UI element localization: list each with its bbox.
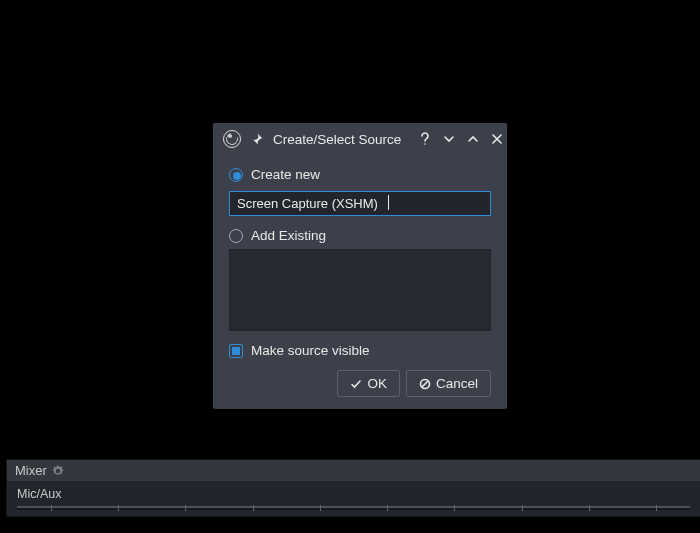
- meter-tick: [253, 505, 254, 511]
- checkbox-icon: [229, 344, 243, 358]
- mixer-body: Mic/Aux: [7, 481, 700, 516]
- obs-logo-icon: [223, 130, 241, 148]
- cancel-label: Cancel: [436, 376, 478, 391]
- existing-sources-list[interactable]: [229, 249, 491, 331]
- cancel-button[interactable]: Cancel: [406, 370, 491, 397]
- source-name-input[interactable]: [229, 191, 491, 216]
- meter-tick: [522, 505, 523, 511]
- source-name-wrap: [229, 188, 491, 222]
- make-visible-label: Make source visible: [251, 343, 370, 358]
- check-icon: [350, 378, 362, 390]
- dialog-body: Create new Add Existing Make source visi…: [213, 155, 507, 409]
- dialog-titlebar: Create/Select Source: [213, 123, 507, 155]
- ok-button[interactable]: OK: [337, 370, 400, 397]
- make-visible-checkbox[interactable]: Make source visible: [229, 343, 491, 358]
- meter-tick: [51, 505, 52, 511]
- text-caret: [388, 195, 389, 210]
- meter-tick: [185, 505, 186, 511]
- ok-label: OK: [367, 376, 387, 391]
- dialog-buttons: OK Cancel: [229, 370, 491, 397]
- gear-icon[interactable]: [52, 465, 64, 477]
- meter-tick: [454, 505, 455, 511]
- cancel-icon: [419, 378, 431, 390]
- close-icon[interactable]: [489, 131, 505, 147]
- create-new-radio[interactable]: Create new: [229, 167, 491, 182]
- meter-tick: [589, 505, 590, 511]
- audio-meter[interactable]: [17, 506, 690, 510]
- pin-icon[interactable]: [249, 131, 265, 147]
- mixer-panel: Mixer Mic/Aux: [6, 459, 700, 517]
- svg-point-0: [425, 143, 427, 145]
- meter-tick: [387, 505, 388, 511]
- channel-label: Mic/Aux: [17, 487, 690, 504]
- meter-tick: [320, 505, 321, 511]
- meter-tick: [118, 505, 119, 511]
- mixer-title: Mixer: [15, 463, 47, 478]
- meter-tick: [656, 505, 657, 511]
- radio-icon: [229, 229, 243, 243]
- create-new-label: Create new: [251, 167, 320, 182]
- add-existing-label: Add Existing: [251, 228, 326, 243]
- create-select-source-dialog: Create/Select Source Create new: [213, 123, 507, 409]
- help-icon[interactable]: [417, 131, 433, 147]
- radio-icon: [229, 168, 243, 182]
- mixer-header: Mixer: [7, 460, 700, 481]
- add-existing-radio[interactable]: Add Existing: [229, 228, 491, 243]
- dialog-title: Create/Select Source: [273, 132, 401, 147]
- chevron-up-icon[interactable]: [465, 131, 481, 147]
- chevron-down-icon[interactable]: [441, 131, 457, 147]
